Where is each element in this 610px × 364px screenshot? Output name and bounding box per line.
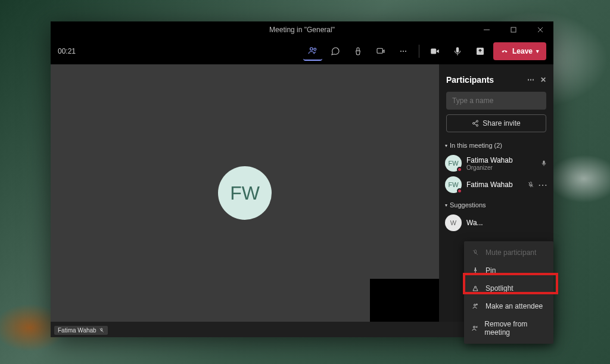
svg-rect-7 (431, 49, 436, 54)
avatar-initials: FW (230, 182, 260, 204)
in-meeting-section-header[interactable]: ▾ In this meeting (2) (441, 139, 551, 153)
remove-icon (471, 325, 478, 332)
mic-muted-icon (99, 328, 104, 333)
participant-name: Fatima Wahab (466, 156, 536, 164)
leave-button[interactable]: Leave ▾ (493, 42, 546, 60)
svg-point-2 (314, 48, 316, 51)
suggestion-avatar: W (445, 214, 462, 231)
ctx-item-label: Pin (485, 266, 496, 275)
participant-actions (540, 160, 547, 167)
toolbar: 00:21 Leave ▾ (51, 38, 553, 64)
panel-more-button[interactable]: ⋯ (527, 76, 534, 84)
share-invite-button[interactable]: Share invite (446, 114, 546, 132)
ctx-remove[interactable]: Remove from meeting (464, 315, 553, 341)
close-button[interactable] (527, 21, 553, 38)
participant-name: Fatima Wahab (466, 181, 522, 189)
mic-muted-icon (471, 249, 480, 256)
share-invite-label: Share invite (483, 119, 520, 127)
ctx-pin[interactable]: Pin (464, 262, 553, 279)
ctx-item-label: Make an attendee (485, 302, 543, 310)
svg-rect-13 (543, 161, 545, 164)
video-stage: FW (51, 64, 439, 322)
participant-avatar-initials: FW (448, 160, 458, 167)
chevron-down-icon: ▾ (536, 48, 539, 54)
ctx-mute-participant: Mute participant (464, 244, 553, 262)
share-button[interactable] (471, 42, 490, 61)
participant-more-button[interactable]: ⋯ (538, 179, 547, 191)
participant-info: Fatima Wahab Organizer (466, 156, 536, 171)
attendee-icon (471, 303, 480, 310)
mic-muted-icon[interactable] (527, 181, 534, 188)
svg-point-17 (474, 304, 476, 306)
participant-avatar: FW (445, 176, 462, 193)
participant-actions: ⋯ (527, 179, 547, 191)
svg-rect-8 (456, 47, 459, 52)
minimize-button[interactable] (473, 21, 500, 38)
self-caption: Fatima Wahab (54, 326, 108, 335)
camera-button[interactable] (425, 42, 444, 61)
svg-rect-3 (377, 48, 382, 53)
svg-point-18 (474, 326, 475, 328)
spotlight-icon (471, 285, 480, 292)
svg-rect-0 (511, 27, 516, 32)
mic-icon (540, 160, 547, 167)
suggestions-section-header[interactable]: ▾ Suggestions (441, 199, 551, 212)
panel-header: Participants ⋯ ✕ (441, 69, 551, 92)
svg-point-11 (473, 123, 475, 125)
panel-close-button[interactable]: ✕ (540, 76, 546, 84)
window-title: Meeting in "General" (269, 26, 335, 34)
chat-toolbar-button[interactable] (326, 42, 345, 61)
more-toolbar-button[interactable] (394, 42, 413, 61)
meeting-body: FW Participants ⋯ ✕ Share invite (51, 64, 553, 322)
participant-role: Organizer (466, 164, 536, 171)
svg-point-6 (405, 51, 406, 52)
toolbar-separator (419, 45, 419, 58)
presence-dot (457, 167, 462, 172)
participant-avatar-large: FW (218, 166, 272, 220)
meeting-window: Meeting in "General" 00:21 (51, 21, 553, 337)
share-icon (472, 120, 479, 127)
maximize-button[interactable] (500, 21, 527, 38)
search-input[interactable] (446, 92, 546, 110)
caret-down-icon: ▾ (445, 143, 447, 148)
ctx-item-label: Mute participant (485, 248, 536, 257)
self-view-thumbnail[interactable] (370, 279, 439, 322)
svg-point-16 (475, 287, 477, 288)
participant-avatar: FW (445, 155, 462, 172)
svg-point-10 (477, 120, 478, 122)
participant-context-menu: Mute participant Pin Spotlight (464, 241, 553, 344)
participants-toolbar-button[interactable] (303, 42, 322, 61)
suggestion-name: Wa... (466, 219, 547, 227)
participant-info: Fatima Wahab (466, 181, 522, 189)
svg-point-1 (310, 48, 313, 51)
panel-title: Participants (446, 75, 494, 85)
participant-row[interactable]: FW Fatima Wahab Organizer (441, 153, 551, 174)
svg-point-5 (403, 51, 404, 52)
svg-point-12 (477, 125, 478, 126)
participant-avatar-initials: FW (448, 181, 458, 188)
rooms-toolbar-button[interactable] (371, 42, 390, 61)
reactions-toolbar-button[interactable] (348, 42, 368, 61)
ctx-item-label: Remove from meeting (484, 320, 546, 337)
self-caption-name: Fatima Wahab (58, 327, 97, 334)
suggestion-info: Wa... (466, 219, 547, 227)
in-meeting-section-label: In this meeting (2) (450, 142, 502, 149)
avatar-initials: W (450, 219, 456, 226)
hangup-icon (500, 47, 509, 55)
window-controls (473, 21, 553, 38)
mic-button[interactable] (448, 42, 467, 61)
presence-dot (457, 188, 462, 194)
ctx-spotlight[interactable]: Spotlight (464, 279, 553, 297)
suggestion-row[interactable]: W Wa... (441, 212, 551, 234)
ctx-item-label: Spotlight (485, 284, 513, 293)
pin-icon (471, 267, 480, 274)
svg-point-4 (400, 51, 402, 52)
suggestions-section-label: Suggestions (450, 201, 486, 209)
leave-button-label: Leave (512, 47, 533, 55)
meeting-timer: 00:21 (58, 47, 76, 55)
participant-row[interactable]: FW Fatima Wahab ⋯ (441, 174, 551, 195)
caret-down-icon: ▾ (445, 203, 447, 208)
titlebar: Meeting in "General" (51, 21, 553, 38)
ctx-make-attendee[interactable]: Make an attendee (464, 297, 553, 315)
